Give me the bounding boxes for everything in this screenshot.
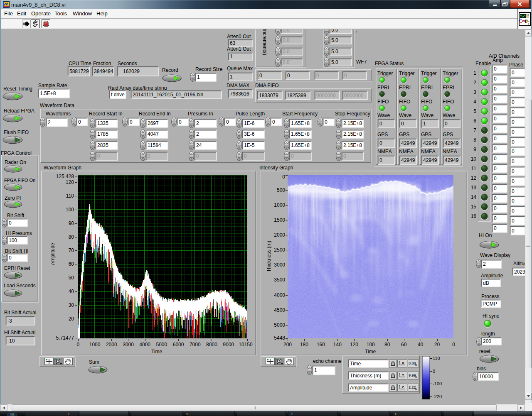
svg-text:Z: Z: [402, 385, 404, 389]
svg-text:Y: Y: [402, 373, 404, 377]
svg-text:1: 1: [528, 22, 530, 26]
svg-text:X: X: [402, 361, 404, 365]
